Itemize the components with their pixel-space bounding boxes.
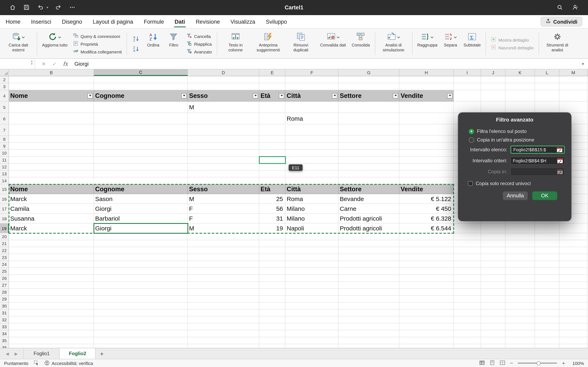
cell-G29[interactable] [338,296,399,303]
cell-G28[interactable] [338,289,399,296]
column-header-L[interactable]: L [535,69,559,76]
cell-F5[interactable] [285,101,338,113]
cell-J35[interactable] [481,337,506,344]
cell-F33[interactable] [285,323,338,330]
cell-E15[interactable]: Età [259,184,285,194]
cell-F15[interactable]: Città [285,184,338,194]
row-header-24[interactable]: 24 [0,261,9,268]
cell-G21[interactable] [338,240,399,247]
cell-D30[interactable] [188,303,259,309]
cell-M4[interactable] [559,90,588,101]
checkbox-icon[interactable] [468,181,473,186]
cell-C29[interactable] [94,296,188,303]
cell-E7[interactable] [259,124,285,136]
cell-I35[interactable] [454,337,481,344]
cell-H8[interactable] [399,136,454,143]
cell-I34[interactable] [454,330,481,337]
filter-dropdown-button[interactable] [447,93,452,98]
cell-B14[interactable] [9,177,94,184]
cell-H14[interactable] [399,177,454,184]
cell-J29[interactable] [481,296,506,303]
cell-G11[interactable] [338,157,399,164]
cell-B28[interactable] [9,289,94,296]
cell-D21[interactable] [188,240,259,247]
column-header-H[interactable]: H [399,69,454,76]
cell-D2[interactable] [188,76,259,83]
cell-K24[interactable] [506,261,535,268]
cell-C27[interactable] [94,282,188,289]
cell-I29[interactable] [454,296,481,303]
cell-I28[interactable] [454,289,481,296]
row-header-17[interactable]: 17 [0,204,9,214]
cell-D7[interactable] [188,124,259,136]
cell-D26[interactable] [188,275,259,282]
cell-I33[interactable] [454,323,481,330]
menu-tab-dati[interactable]: Dati [174,15,185,28]
cell-J2[interactable] [481,76,506,83]
cell-B8[interactable] [9,136,94,143]
cell-J4[interactable] [481,90,506,101]
cell-F30[interactable] [285,303,338,309]
cell-C9[interactable] [94,143,188,150]
zoom-slider[interactable] [518,361,557,366]
cell-C24[interactable] [94,261,188,268]
row-header-5[interactable]: 5 [0,101,9,113]
cell-B6[interactable] [9,113,94,124]
cell-M25[interactable] [559,268,588,275]
cell-C19[interactable]: Giorgi [94,224,188,233]
cell-J34[interactable] [481,330,506,337]
cell-D31[interactable] [188,309,259,317]
ribbon-button-filtro[interactable]: Filtro [164,30,182,58]
cell-E14[interactable] [259,177,285,184]
cell-D32[interactable] [188,317,259,323]
cell-K5[interactable] [506,101,535,113]
column-header-I[interactable]: I [454,69,481,76]
cell-D11[interactable] [188,157,259,164]
column-header-E[interactable]: E [259,69,285,76]
cell-B24[interactable] [9,261,94,268]
cell-C15[interactable]: Cognome [94,184,188,194]
row-header-9[interactable]: 9 [0,143,9,150]
cell-G4[interactable]: Settore [338,90,399,101]
cell-M19[interactable] [559,224,588,233]
cell-F35[interactable] [285,337,338,344]
cell-F34[interactable] [285,330,338,337]
range-picker-icon[interactable] [557,158,563,163]
cell-F21[interactable] [285,240,338,247]
cell-J20[interactable] [481,233,506,240]
cell-C20[interactable] [94,233,188,240]
cell-C33[interactable] [94,323,188,330]
sort-za-button[interactable]: ZA [131,44,141,53]
cell-C5[interactable] [94,101,188,113]
cell-J22[interactable] [481,247,506,254]
cell-F2[interactable] [285,76,338,83]
cell-F7[interactable] [285,124,338,136]
row-header-21[interactable]: 21 [0,240,9,247]
formula-input[interactable]: Giorgi [75,61,89,67]
cell-C11[interactable] [94,157,188,164]
cell-D14[interactable] [188,177,259,184]
row-header-14[interactable]: 14 [0,177,9,184]
filter-dropdown-button[interactable] [279,93,284,98]
cell-H19[interactable]: € 6.544 [399,224,454,233]
row-header-31[interactable]: 31 [0,309,9,317]
cell-E18[interactable]: 31 [259,214,285,224]
ribbon-button-subtotale[interactable]: ΣSubtotale [462,30,483,58]
cell-B33[interactable] [9,323,94,330]
cell-G17[interactable]: Carne [338,204,399,214]
cell-E2[interactable] [259,76,285,83]
ribbon-button-rimuovi-duplicati[interactable]: Rimuovi duplicati [286,30,316,58]
cell-K30[interactable] [506,303,535,309]
cell-E20[interactable] [259,233,285,240]
cell-G36[interactable] [338,344,399,348]
cancel-button[interactable]: Annulla [503,191,528,200]
cell-G34[interactable] [338,330,399,337]
radio-filter-in-place[interactable]: Filtra l'elenco sul posto [469,128,565,134]
menu-tab-inserisci[interactable]: Inserisci [31,15,51,28]
cell-G13[interactable] [338,170,399,177]
cell-H36[interactable] [399,344,454,348]
cell-F11[interactable] [285,157,338,164]
home-icon[interactable] [9,4,16,11]
cell-G18[interactable]: Prodotti agricoli [338,214,399,224]
cell-K26[interactable] [506,275,535,282]
